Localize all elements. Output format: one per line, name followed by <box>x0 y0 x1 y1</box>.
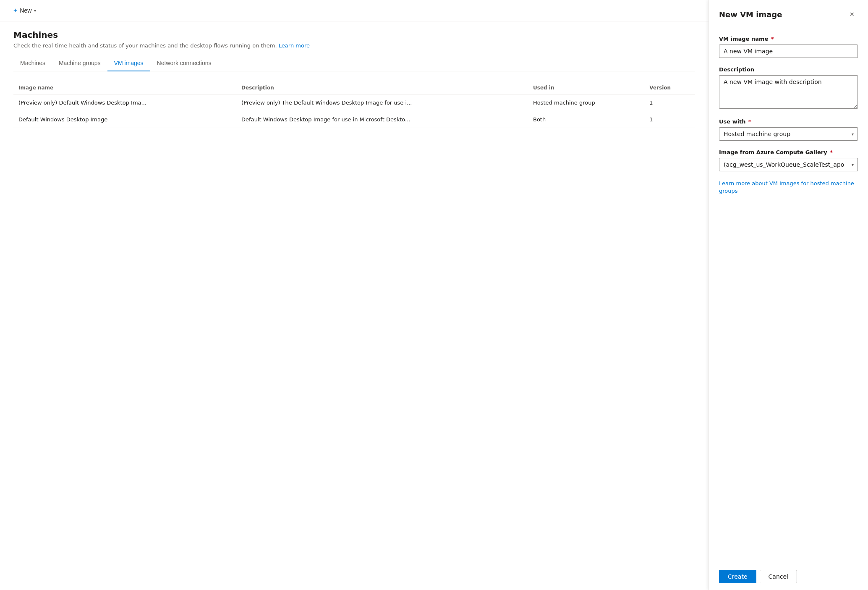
tab-vm-images[interactable]: VM images <box>107 55 150 71</box>
form-group-vm-image-name: VM image name * <box>719 36 858 58</box>
table-row[interactable]: Default Windows Desktop Image Default Wi… <box>13 111 695 128</box>
col-header-description: Description <box>236 81 528 94</box>
page-title: Machines <box>13 30 695 40</box>
help-link[interactable]: Learn more about VM images for hosted ma… <box>719 180 854 194</box>
label-description: Description <box>719 66 858 73</box>
cell-description: (Preview only) The Default Windows Deskt… <box>236 94 528 111</box>
cell-version: 1 <box>644 94 695 111</box>
cancel-button[interactable]: Cancel <box>760 570 797 583</box>
learn-more-link[interactable]: Learn more <box>279 42 310 49</box>
chevron-down-icon: ▾ <box>34 8 36 13</box>
side-panel-body: VM image name * Description A new VM ima… <box>709 27 868 563</box>
new-button[interactable]: + New ▾ <box>10 5 39 16</box>
tab-machines[interactable]: Machines <box>13 55 52 71</box>
image-acg-select[interactable]: (acg_west_us_WorkQueue_ScaleTest_apos... <box>719 158 858 171</box>
tab-bar: Machines Machine groups VM images Networ… <box>13 55 695 71</box>
use-with-select[interactable]: Hosted machine group Both <box>719 127 858 141</box>
new-button-label: New <box>20 7 31 14</box>
page-subtitle: Check the real-time health and status of… <box>13 42 695 49</box>
description-textarea[interactable]: A new VM image with description <box>719 75 858 109</box>
cell-used-in: Both <box>528 111 644 128</box>
help-link-container: Learn more about VM images for hosted ma… <box>719 180 858 195</box>
side-panel: New VM image ✕ VM image name * Descripti… <box>709 0 868 590</box>
create-button[interactable]: Create <box>719 570 756 583</box>
plus-icon: + <box>13 7 17 14</box>
cell-image-name: Default Windows Desktop Image <box>13 111 236 128</box>
image-acg-select-wrapper: (acg_west_us_WorkQueue_ScaleTest_apos...… <box>719 158 858 171</box>
tab-network-connections[interactable]: Network connections <box>150 55 218 71</box>
col-header-version: Version <box>644 81 695 94</box>
label-image-acg: Image from Azure Compute Gallery * <box>719 149 858 155</box>
table-row[interactable]: (Preview only) Default Windows Desktop I… <box>13 94 695 111</box>
table-area: Image name Description Used in Version (… <box>0 71 709 138</box>
cell-used-in: Hosted machine group <box>528 94 644 111</box>
side-panel-footer: Create Cancel <box>709 563 868 590</box>
form-group-description: Description A new VM image with descript… <box>719 66 858 110</box>
side-panel-title: New VM image <box>719 10 782 19</box>
cell-description: Default Windows Desktop Image for use in… <box>236 111 528 128</box>
cell-version: 1 <box>644 111 695 128</box>
cell-image-name: (Preview only) Default Windows Desktop I… <box>13 94 236 111</box>
required-indicator: * <box>828 149 833 155</box>
form-group-use-with: Use with * Hosted machine group Both ▾ <box>719 118 858 141</box>
side-panel-header: New VM image ✕ <box>709 0 868 27</box>
use-with-select-wrapper: Hosted machine group Both ▾ <box>719 127 858 141</box>
col-header-image-name: Image name <box>13 81 236 94</box>
label-vm-image-name: VM image name * <box>719 36 858 42</box>
vm-images-table: Image name Description Used in Version (… <box>13 81 695 128</box>
tab-machine-groups[interactable]: Machine groups <box>52 55 107 71</box>
required-indicator: * <box>747 118 751 125</box>
form-group-image-acg: Image from Azure Compute Gallery * (acg_… <box>719 149 858 171</box>
label-use-with: Use with * <box>719 118 858 125</box>
close-button[interactable]: ✕ <box>846 8 858 20</box>
col-header-used-in: Used in <box>528 81 644 94</box>
vm-image-name-input[interactable] <box>719 45 858 58</box>
required-indicator: * <box>769 36 774 42</box>
